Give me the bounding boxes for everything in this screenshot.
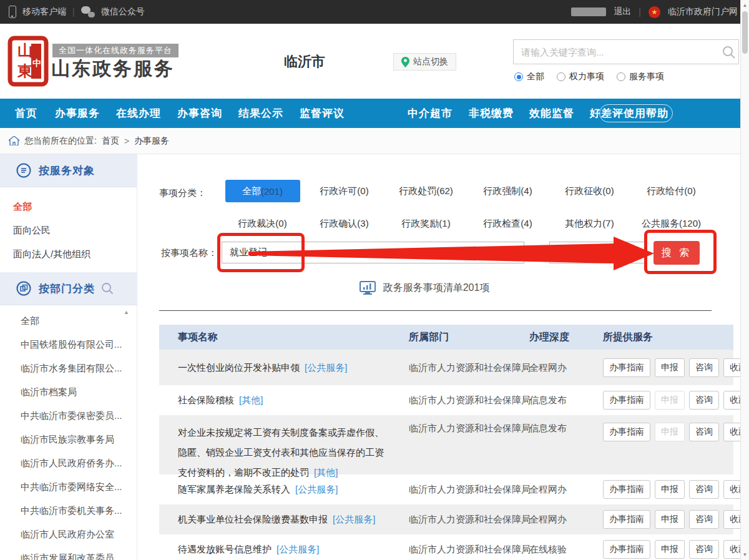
- breadcrumb-home[interactable]: 首页: [102, 135, 119, 147]
- department-item[interactable]: 中国铁塔股份有限公司...: [21, 333, 137, 356]
- department-item[interactable]: 中共临沂市委网络安全...: [21, 475, 137, 499]
- item-name[interactable]: 社会保险稽核[其他]: [178, 390, 387, 410]
- apply-button[interactable]: 申报: [655, 480, 685, 499]
- site-switch-button[interactable]: 站点切换: [393, 53, 456, 71]
- tab-xingzheng-jifu[interactable]: 行政给付(0): [647, 185, 695, 197]
- consult-button[interactable]: 咨询: [689, 510, 719, 529]
- audience-item-citizen[interactable]: 面向公民: [13, 219, 137, 242]
- tab-xingzheng-caijue[interactable]: 行政裁决(0): [238, 218, 286, 230]
- tab-xingzheng-jiangli[interactable]: 行政奖励(1): [401, 218, 450, 230]
- item-depth: 在线核验: [529, 544, 598, 556]
- department-item[interactable]: 临沂市水务集团有限公...: [21, 356, 137, 380]
- guide-button[interactable]: 办事指南: [603, 391, 650, 410]
- search-icon[interactable]: [722, 46, 736, 59]
- apply-button[interactable]: 申报: [655, 540, 685, 559]
- scroll-down-icon[interactable]: ▼: [741, 552, 749, 558]
- item-services: 办事指南 申报 咨询 收藏: [603, 358, 749, 377]
- guide-button[interactable]: 办事指南: [603, 480, 650, 499]
- guide-button[interactable]: 办事指南: [603, 540, 650, 559]
- nav-nontax-payment[interactable]: 非税缴费: [469, 99, 514, 128]
- nav-intermediary-market[interactable]: 中介超市: [408, 99, 453, 128]
- audience-item-legal-person[interactable]: 面向法人/其他组织: [13, 242, 137, 266]
- department-item[interactable]: 临沂市发展和改革委员...: [21, 546, 137, 560]
- item-name[interactable]: 机关事业单位社会保险缴费基数申报[公共服务]: [178, 509, 387, 529]
- item-name[interactable]: 待遇发放账号信息维护[公共服务]: [178, 539, 387, 559]
- department-item[interactable]: 临沂市人民政府侨务办...: [21, 451, 137, 475]
- department-scroll-up-icon[interactable]: ▲: [124, 309, 129, 315]
- nav-results[interactable]: 结果公示: [238, 99, 283, 128]
- audience-item-all[interactable]: 全部: [13, 195, 137, 219]
- divider: [159, 310, 712, 311]
- radio-power-items[interactable]: 权力事项: [557, 71, 604, 82]
- consult-button[interactable]: 咨询: [689, 480, 719, 499]
- apply-button[interactable]: 申报: [655, 423, 685, 441]
- consult-button[interactable]: 咨询: [689, 391, 719, 410]
- consult-button[interactable]: 咨询: [689, 423, 719, 441]
- apply-button[interactable]: 申报: [655, 391, 685, 410]
- site-title: 山东政务服务: [51, 56, 175, 82]
- item-services: 办事指南 申报 咨询 收藏: [603, 391, 749, 410]
- tab-gonggong-fuwu[interactable]: 公共服务(120): [642, 218, 701, 230]
- tab-all-active[interactable]: 全部(201): [225, 180, 300, 202]
- page-scrollbar[interactable]: ▲ ▼: [740, 0, 749, 560]
- guide-button[interactable]: 办事指南: [603, 423, 650, 441]
- radio-all[interactable]: 全部: [514, 71, 544, 82]
- department-item[interactable]: 全部: [21, 309, 137, 333]
- col-header-name: 事项名称: [178, 325, 218, 350]
- svg-text:中: 中: [32, 58, 41, 68]
- table-row: 待遇发放账号信息维护[公共服务] 临沂市人力资源和社会保障局 在线核验 办事指南…: [159, 534, 733, 560]
- header-search-box: [513, 39, 739, 64]
- department-item[interactable]: 临沂市民族宗教事务局: [21, 428, 137, 451]
- department-item[interactable]: 临沂市档案局: [21, 380, 137, 404]
- shandong-seal-logo: 山 東 中: [7, 35, 49, 87]
- nav-home[interactable]: 首页: [15, 99, 37, 128]
- nav-efficiency-supervision[interactable]: 效能监督: [529, 99, 574, 128]
- nav-supervision-review[interactable]: 监督评议: [300, 99, 345, 128]
- department-item[interactable]: 临沂市人民政府办公室: [21, 523, 137, 546]
- radio-service-label: 服务事项: [629, 71, 664, 82]
- nav-consultation[interactable]: 办事咨询: [177, 99, 222, 128]
- topbar-divider: |: [72, 7, 75, 17]
- guide-button[interactable]: 办事指南: [603, 510, 650, 529]
- item-services: 办事指南 申报 咨询 收藏: [603, 510, 749, 529]
- nav-online-handling[interactable]: 在线办理: [116, 99, 161, 128]
- tab-xingzheng-qiangzhi[interactable]: 行政强制(4): [483, 185, 532, 197]
- item-name-input[interactable]: [222, 242, 524, 263]
- list-summary: 政务服务事项清单201项: [137, 281, 712, 295]
- mobile-app-link[interactable]: 移动客户端: [22, 6, 66, 17]
- tab-xingzheng-chufa[interactable]: 行政处罚(62): [399, 185, 453, 197]
- item-name[interactable]: 一次性创业岗位开发补贴申领[公共服务]: [178, 358, 387, 378]
- nav-services[interactable]: 办事服务: [55, 99, 100, 128]
- keyword-search-input[interactable]: [514, 40, 738, 64]
- item-name[interactable]: 对企业未按规定将工资有关制度备案或弄虚作假、隐匿、销毁企业工资支付表和其他应当保…: [178, 423, 387, 483]
- svg-text:東: 東: [17, 62, 33, 80]
- department-circle-icon: [16, 281, 31, 296]
- search-button[interactable]: 搜 索: [654, 241, 700, 265]
- tab-xingzheng-zhengshou[interactable]: 行政征收(0): [565, 185, 614, 197]
- portal-link[interactable]: 临沂市政府门户网: [668, 6, 738, 17]
- table-row: 随军家属养老保险关系转入[公共服务] 临沂市人力资源和社会保障局 全程网办 办事…: [159, 474, 733, 504]
- department-search-icon[interactable]: [101, 282, 114, 295]
- apply-button[interactable]: 申报: [655, 358, 685, 377]
- logout-link[interactable]: 退出: [614, 6, 631, 17]
- dept-filter-input[interactable]: [549, 242, 647, 263]
- username-redacted: [571, 7, 606, 16]
- tab-xingzheng-xuke[interactable]: 行政许可(0): [320, 185, 368, 197]
- guide-button[interactable]: 办事指南: [603, 358, 650, 377]
- tab-qita-quanli[interactable]: 其他权力(7): [565, 218, 614, 230]
- tab-xingzheng-jiancha[interactable]: 行政检查(4): [483, 218, 532, 230]
- department-item[interactable]: 中共临沂市委机关事务...: [21, 499, 137, 523]
- consult-button[interactable]: 咨询: [689, 358, 719, 377]
- home-icon: [9, 136, 19, 145]
- wechat-link[interactable]: 微信公众号: [101, 6, 145, 17]
- item-name[interactable]: 随军家属养老保险关系转入[公共服务]: [178, 479, 387, 499]
- department-item[interactable]: 中共临沂市委保密委员...: [21, 404, 137, 428]
- scroll-up-icon[interactable]: ▲: [741, 2, 749, 8]
- radio-power-label: 权力事项: [569, 71, 604, 82]
- consult-button[interactable]: 咨询: [689, 540, 719, 559]
- scrollbar-thumb[interactable]: [742, 11, 748, 54]
- radio-service-items[interactable]: 服务事项: [617, 71, 664, 82]
- nav-rating-help[interactable]: 好差评使用帮助: [590, 99, 668, 128]
- apply-button[interactable]: 申报: [655, 510, 685, 529]
- tab-xingzheng-queren[interactable]: 行政确认(3): [320, 218, 368, 230]
